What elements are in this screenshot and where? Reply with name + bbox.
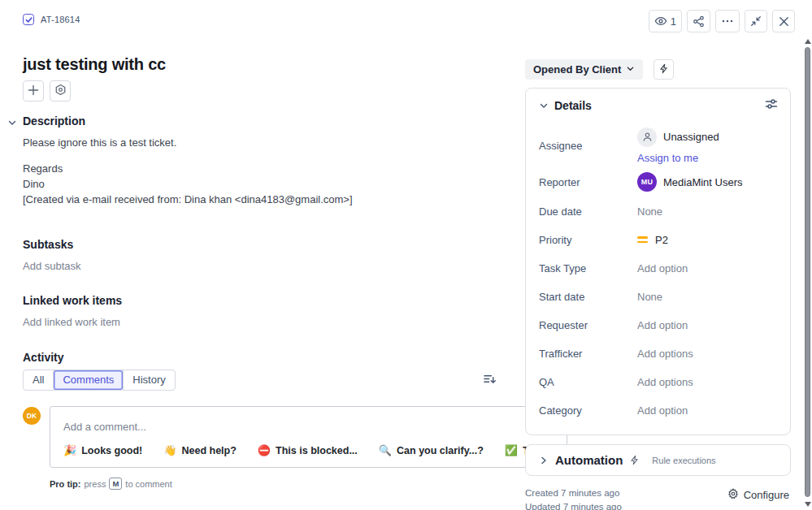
add-subtask-button[interactable]: Add subtask xyxy=(23,259,81,273)
share-icon xyxy=(693,15,705,28)
chevron-down-icon xyxy=(626,63,635,76)
automation-panel[interactable]: Automation Rule executions xyxy=(525,444,791,476)
plus-icon xyxy=(28,84,39,98)
vertical-scrollbar[interactable] xyxy=(805,36,811,510)
description-line: Dino xyxy=(23,176,498,192)
automation-bolt-button[interactable] xyxy=(654,59,674,80)
chevron-right-icon[interactable] xyxy=(539,456,549,465)
add-button[interactable] xyxy=(23,80,44,102)
start-date-value[interactable]: None xyxy=(637,291,662,303)
field-row-requester: Requester Add option xyxy=(539,316,778,334)
wave-icon: 👋 xyxy=(163,444,176,456)
lightning-icon xyxy=(658,63,669,76)
status-row: Opened By Client xyxy=(525,59,791,80)
close-button[interactable] xyxy=(772,10,795,32)
reporter-name: MediaMint Users xyxy=(663,176,743,188)
quick-reply-blocked[interactable]: ⛔ This is blocked... xyxy=(258,444,358,456)
tab-comments[interactable]: Comments xyxy=(53,370,123,390)
field-row-reporter: Reporter MU MediaMint Users xyxy=(539,172,778,192)
field-label: Assignee xyxy=(539,140,637,152)
quick-reply-label: Can you clarify...? xyxy=(397,445,484,456)
collapse-button[interactable] xyxy=(745,10,767,32)
requester-value[interactable]: Add option xyxy=(637,319,688,331)
issue-key[interactable]: AT-18614 xyxy=(41,15,80,24)
activity-heading: Activity xyxy=(23,351,498,365)
field-label: Requester xyxy=(539,319,637,331)
automation-heading: Automation xyxy=(555,453,623,467)
pro-tip: Pro tip: press M to comment xyxy=(50,478,498,490)
scrollbar-thumb[interactable] xyxy=(805,47,810,497)
add-linked-item-button[interactable]: Add linked work item xyxy=(23,315,120,329)
assignee-value[interactable]: Unassigned xyxy=(637,128,719,147)
comment-editor-row: DK Add a comment... 🎉 Looks good! 👋 Need… xyxy=(23,406,498,468)
quick-reply-label: This is blocked... xyxy=(276,445,358,456)
created-timestamp: Created 7 minutes ago xyxy=(525,486,622,500)
status-dropdown[interactable]: Opened By Client xyxy=(525,59,643,80)
description-line: Regards xyxy=(23,161,498,176)
priority-value[interactable]: P2 xyxy=(637,234,668,246)
eye-icon xyxy=(654,15,667,28)
ellipsis-icon xyxy=(721,15,734,28)
title-toolbar xyxy=(23,80,498,102)
watch-button[interactable]: 1 xyxy=(649,10,682,32)
field-label: QA xyxy=(539,376,637,388)
header-actions: 1 xyxy=(649,10,795,32)
scroll-down-arrow[interactable] xyxy=(805,502,811,507)
scroll-up-arrow[interactable] xyxy=(805,39,811,44)
issue-title[interactable]: just testing with cc xyxy=(23,54,498,75)
field-row-qa: QA Add options xyxy=(539,373,778,391)
reporter-value[interactable]: MU MediaMint Users xyxy=(637,172,743,192)
pro-tip-suffix: to comment xyxy=(125,479,172,489)
pro-tip-press: press xyxy=(85,479,106,489)
watch-count: 1 xyxy=(671,15,676,28)
task-type-checkbox-icon[interactable] xyxy=(23,14,34,25)
configure-button[interactable]: Configure xyxy=(727,488,789,502)
sidebar: Opened By Client Details Assignee xyxy=(525,59,791,510)
quick-reply-looks-good[interactable]: 🎉 Looks good! xyxy=(63,444,142,456)
activity-section: Activity All Comments History xyxy=(23,351,498,391)
description-section: Description Please ignore this is a test… xyxy=(23,115,498,207)
quick-reply-label: Looks good! xyxy=(81,445,142,456)
assign-to-me-link[interactable]: Assign to me xyxy=(637,152,698,164)
main-content: just testing with cc Description Please … xyxy=(23,54,498,490)
field-label: Reporter xyxy=(539,176,637,188)
quick-reply-clarify[interactable]: 🔍 Can you clarify...? xyxy=(379,444,484,456)
quick-reply-label: Need help? xyxy=(181,445,236,456)
quick-replies: 🎉 Looks good! 👋 Need help? ⛔ This is blo… xyxy=(63,444,554,456)
updated-timestamp: Updated 7 minutes ago xyxy=(525,500,622,510)
category-value[interactable]: Add option xyxy=(637,404,688,417)
field-label: Priority xyxy=(539,234,637,246)
comment-placeholder: Add a comment... xyxy=(63,421,554,433)
task-type-value[interactable]: Add option xyxy=(637,262,688,274)
qa-value[interactable]: Add options xyxy=(637,376,693,388)
chevron-down-icon[interactable] xyxy=(7,116,17,131)
avatar: MU xyxy=(637,172,657,192)
share-button[interactable] xyxy=(687,10,710,32)
quick-reply-need-help[interactable]: 👋 Need help? xyxy=(163,444,237,456)
due-date-value[interactable]: None xyxy=(637,205,662,218)
chevron-down-icon[interactable] xyxy=(539,101,549,110)
status-label: Opened By Client xyxy=(533,63,621,76)
description-text-group: Regards Dino [Created via e-mail receive… xyxy=(23,161,498,207)
field-label: Task Type xyxy=(539,262,637,274)
field-label: Trafficker xyxy=(539,348,637,360)
tab-history[interactable]: History xyxy=(123,370,174,390)
more-actions-button[interactable] xyxy=(715,10,740,32)
priority-medium-icon xyxy=(637,234,649,245)
comment-input[interactable]: Add a comment... 🎉 Looks good! 👋 Need he… xyxy=(50,406,567,468)
sort-order-icon[interactable] xyxy=(483,373,497,388)
trafficker-value[interactable]: Add options xyxy=(637,348,693,360)
avatar[interactable]: DK xyxy=(23,407,41,425)
field-row-trafficker: Trafficker Add options xyxy=(539,344,778,362)
subtasks-section: Subtasks Add subtask xyxy=(23,238,498,273)
description-heading: Description xyxy=(23,115,498,128)
party-popper-icon: 🎉 xyxy=(63,444,76,456)
assignee-name: Unassigned xyxy=(663,131,719,143)
linked-items-heading: Linked work items xyxy=(23,294,498,308)
field-row-priority: Priority P2 xyxy=(539,231,778,249)
apps-button[interactable] xyxy=(50,80,71,102)
field-settings-icon[interactable] xyxy=(765,98,778,113)
rule-executions-label: Rule executions xyxy=(652,456,715,465)
field-label: Due date xyxy=(539,205,637,218)
tab-all[interactable]: All xyxy=(24,370,53,390)
